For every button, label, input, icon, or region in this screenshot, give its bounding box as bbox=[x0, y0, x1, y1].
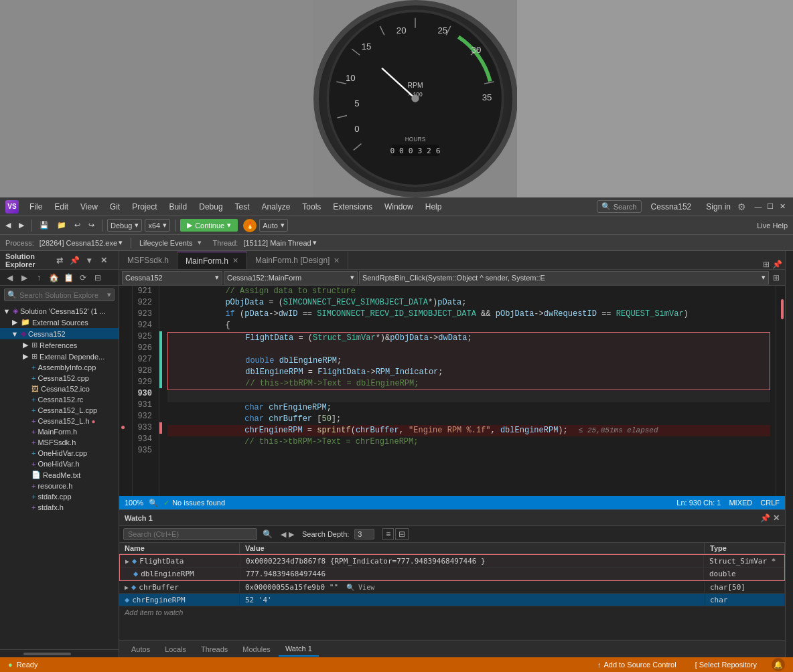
nav-prev-icon[interactable]: ◀ bbox=[281, 530, 286, 539]
process-dropdown[interactable]: [28264] Cessna152.exe ▾ bbox=[40, 238, 123, 247]
solution-scrollbar[interactable] bbox=[0, 649, 119, 657]
menu-file[interactable]: File bbox=[24, 200, 48, 214]
toolbar-undo[interactable]: ↩ bbox=[72, 220, 83, 231]
ext-deps-expand-icon[interactable]: ▶ bbox=[21, 352, 29, 361]
tab-watch1[interactable]: Watch 1 bbox=[279, 642, 319, 657]
tree-cessna152ico[interactable]: 🖼 Cessna152.ico bbox=[0, 384, 119, 394]
tree-stdafxcpp[interactable]: + stdafx.cpp bbox=[0, 491, 119, 502]
tab-design-close[interactable]: ✕ bbox=[334, 256, 340, 265]
watch-search-btn[interactable]: 🔍 bbox=[263, 529, 273, 539]
ref-expand-icon[interactable]: ▶ bbox=[21, 341, 29, 349]
toolbar-redo[interactable]: ↪ bbox=[86, 220, 97, 231]
expand-icon-2[interactable]: ▶ bbox=[125, 584, 129, 591]
toolbar-forward[interactable]: ▶ bbox=[16, 220, 27, 231]
menu-search-box[interactable]: 🔍 Search bbox=[597, 200, 642, 213]
menu-edit[interactable]: Edit bbox=[49, 200, 74, 214]
continue-button[interactable]: ▶ Continue ▾ bbox=[180, 219, 238, 232]
chevron-panel-icon[interactable]: ▾ bbox=[82, 254, 96, 267]
toolbar-btn-6[interactable]: ⟳ bbox=[76, 271, 90, 284]
view-icon-2[interactable]: 🔍 View bbox=[346, 584, 374, 591]
tree-msfssdkh[interactable]: + MSFSsdk.h bbox=[0, 437, 119, 448]
toolbar-btn-5[interactable]: 📋 bbox=[62, 271, 75, 284]
close-panel-btn[interactable]: ✕ bbox=[97, 254, 111, 267]
tab-mainformh-close[interactable]: ✕ bbox=[232, 256, 238, 265]
watch-row-chrbuffer[interactable]: ▶ ◆ chrBuffer 0x00000055a15fe9b0 "" 🔍 Vi… bbox=[119, 581, 785, 594]
solution-search-input[interactable] bbox=[19, 291, 104, 299]
menu-git[interactable]: Git bbox=[104, 200, 125, 214]
tree-cessna152lh[interactable]: + Cessna152_L.h ● bbox=[0, 416, 119, 426]
thread-dropdown[interactable]: [15112] Main Thread ▾ bbox=[243, 238, 316, 247]
scroll-minimap[interactable] bbox=[776, 286, 785, 496]
ext-expand-icon[interactable]: ▶ bbox=[11, 318, 19, 327]
search-options-icon[interactable]: ▾ bbox=[107, 290, 111, 299]
tab-modules[interactable]: Modules bbox=[236, 643, 277, 656]
tab-autos[interactable]: Autos bbox=[125, 643, 157, 656]
tab-mainformh-design[interactable]: MainForm.h [Design] ✕ bbox=[247, 252, 348, 269]
nav-expand-icon[interactable]: ⊞ bbox=[770, 272, 782, 284]
watch-add-item[interactable]: Add item to watch bbox=[119, 606, 785, 618]
watch-search-input[interactable] bbox=[123, 528, 257, 540]
tab-threads[interactable]: Threads bbox=[194, 643, 234, 656]
watch-row-dblenginerpm[interactable]: ◆ dblEngineRPM 777.94839468497446 double bbox=[120, 568, 784, 580]
sync-btn[interactable]: ⇄ bbox=[53, 254, 66, 267]
menu-extensions[interactable]: Extensions bbox=[328, 200, 378, 214]
toolbar-live-help[interactable]: Live Help bbox=[754, 220, 790, 231]
notification-icon[interactable]: 🔔 bbox=[772, 658, 785, 671]
tree-onehidvarh[interactable]: + OneHidVar.h bbox=[0, 458, 119, 469]
toolbar-btn-2[interactable]: ▶ bbox=[17, 271, 31, 284]
debug-config-dropdown[interactable]: Debug ▾ bbox=[107, 219, 142, 232]
tree-cessna152lcpp[interactable]: + Cessna152_L.cpp bbox=[0, 405, 119, 416]
expand-icon-0[interactable]: ▶ bbox=[125, 558, 129, 565]
watch-option-1[interactable]: ≡ bbox=[382, 528, 394, 540]
toolbar-open[interactable]: 📁 bbox=[54, 220, 69, 231]
tree-references[interactable]: ▶ ⊞ References bbox=[0, 339, 119, 351]
watch-close-icon[interactable]: ✕ bbox=[773, 513, 780, 523]
watch-row-chrenginerpm[interactable]: ◆ chrEngineRPM 52 '4' char bbox=[119, 594, 785, 606]
tab-msfssdkh[interactable]: MSFSsdk.h bbox=[119, 252, 177, 269]
external-sources-node[interactable]: ▶ 📁 External Sources bbox=[0, 317, 119, 328]
project-node[interactable]: ▼ ◆ Cessna152 bbox=[0, 328, 119, 339]
tree-mainformh[interactable]: + MainForm.h bbox=[0, 426, 119, 437]
menu-tools[interactable]: Tools bbox=[297, 200, 326, 214]
member-dropdown[interactable]: SendRptsBin_Click(System::Object ^ sende… bbox=[359, 271, 769, 284]
sign-in-button[interactable]: Sign in bbox=[701, 200, 736, 214]
search-depth-input[interactable] bbox=[354, 529, 374, 539]
menu-test[interactable]: Test bbox=[230, 200, 255, 214]
toolbar-btn-1[interactable]: ◀ bbox=[3, 271, 16, 284]
menu-debug[interactable]: Debug bbox=[194, 200, 228, 214]
auto-dropdown[interactable]: Auto ▾ bbox=[259, 219, 288, 232]
maximize-button[interactable]: ☐ bbox=[765, 202, 776, 212]
nav-next-icon[interactable]: ▶ bbox=[289, 530, 294, 539]
proj-expand-icon[interactable]: ▼ bbox=[11, 330, 19, 338]
platform-dropdown[interactable]: x64 ▾ bbox=[145, 219, 170, 232]
tree-ext-deps[interactable]: ▶ ⊞ External Depende... bbox=[0, 351, 119, 362]
tree-onehidvarcpp[interactable]: + OneHidVar.cpp bbox=[0, 448, 119, 458]
tree-cessna152rc[interactable]: + Cessna152.rc bbox=[0, 394, 119, 405]
close-button[interactable]: ✕ bbox=[777, 202, 788, 212]
select-repository-button[interactable]: [ Select Repository bbox=[691, 659, 761, 670]
tree-resourceh[interactable]: + resource.h bbox=[0, 481, 119, 491]
watch-row-flightdata[interactable]: ▶ ◆ FlightData 0x00002234d7b867f8 {RPM_I… bbox=[120, 555, 784, 568]
solution-search-box[interactable]: 🔍 ▾ bbox=[4, 288, 115, 301]
tree-stdafxh[interactable]: + stdafx.h bbox=[0, 502, 119, 513]
menu-window[interactable]: Window bbox=[379, 200, 419, 214]
tree-cessna152cpp[interactable]: + Cessna152.cpp bbox=[0, 373, 119, 384]
add-to-source-control-button[interactable]: ↑ Add to Source Control bbox=[593, 659, 680, 670]
toolbar-btn-4[interactable]: 🏠 bbox=[47, 271, 60, 284]
tab-mainformh[interactable]: MainForm.h ✕ bbox=[177, 252, 247, 269]
menu-project[interactable]: Project bbox=[127, 200, 162, 214]
toolbar-back[interactable]: ◀ bbox=[3, 220, 13, 231]
split-editor-icon[interactable]: ⊞ bbox=[763, 260, 770, 269]
solution-expand-icon[interactable]: ▼ bbox=[3, 307, 11, 315]
tree-readme[interactable]: 📄 ReadMe.txt bbox=[0, 469, 119, 481]
pin-tab-icon[interactable]: 📌 bbox=[772, 260, 782, 269]
code-content[interactable]: // Assign data to structure pObjData = (… bbox=[162, 286, 776, 496]
collapse-all-btn[interactable]: ⊟ bbox=[91, 271, 104, 284]
tab-locals[interactable]: Locals bbox=[158, 643, 193, 656]
minimize-button[interactable]: — bbox=[753, 202, 764, 212]
solution-node[interactable]: ▼ ◈ Solution 'Cessna152' (1 ... bbox=[0, 305, 119, 317]
pin-btn[interactable]: 📌 bbox=[68, 254, 81, 267]
toolbar-btn-3[interactable]: ↑ bbox=[32, 271, 46, 284]
settings-icon[interactable]: ⚙ bbox=[737, 201, 746, 212]
class-dropdown[interactable]: Cessna152 ▾ bbox=[122, 271, 222, 284]
